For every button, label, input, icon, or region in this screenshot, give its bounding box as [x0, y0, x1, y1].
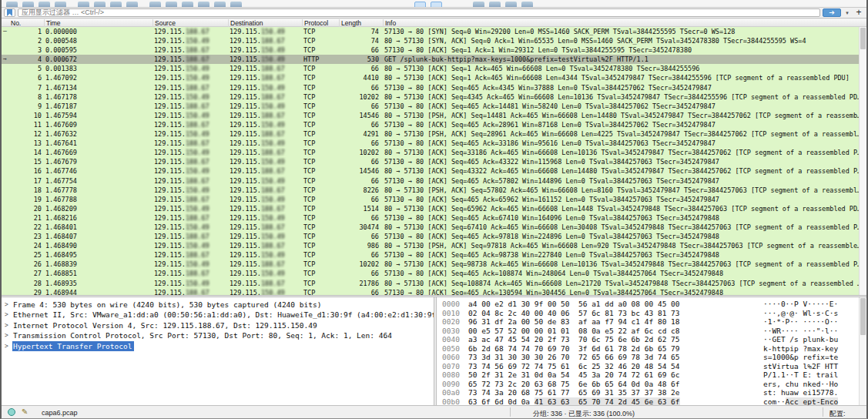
redacted-ip: 188.67: [261, 73, 285, 82]
packet-time: 1.467754: [45, 176, 77, 186]
redacted-ip: 188.67: [186, 55, 209, 64]
column-header-protocol[interactable]: Protocol: [302, 19, 328, 27]
packet-row[interactable]: 211.468216129.115.188.67129.115.150.49TC…: [2, 213, 859, 223]
expander-icon[interactable]: >: [5, 341, 8, 351]
column-header-time[interactable]: Time: [44, 19, 61, 27]
packet-row[interactable]: 171.467754129.115.188.67129.115.150.49TC…: [2, 176, 859, 186]
expander-icon[interactable]: >: [5, 320, 8, 330]
close-file-icon[interactable]: [110, 2, 122, 8]
column-header-no[interactable]: No.: [9, 19, 21, 27]
hex-row[interactable]: 00a073 74 3a 20 68 75 61 77 65 69 31 35 …: [437, 388, 859, 397]
expander-icon[interactable]: >: [5, 330, 8, 340]
column-header-info[interactable]: Info: [383, 19, 396, 27]
hex-row[interactable]: 006073 3d 31 30 30 30 26 70 72 65 66 69 …: [437, 353, 859, 362]
packet-row[interactable]: 30.000595129.115.188.67129.115.150.49TCP…: [2, 45, 859, 55]
ip-address: 129.115.188.67: [154, 139, 186, 148]
packet-row[interactable]: 291.468944129.115.188.67129.115.150.49TC…: [2, 288, 859, 295]
hex-offset: 0010: [442, 309, 460, 318]
packet-list-scrollbar[interactable]: [859, 27, 866, 295]
resize-columns-icon[interactable]: [521, 2, 533, 8]
find-packet-icon[interactable]: [149, 2, 161, 8]
packet-row[interactable]: 151.467679129.115.188.67129.115.150.49TC…: [2, 157, 859, 166]
proto-tree-row[interactable]: >Internet Protocol Version 4, Src: 129.1…: [2, 320, 434, 330]
hex-row[interactable]: 0000a4 00 e2 d1 30 9f 00 50 56 a1 dd a0 …: [437, 300, 859, 309]
hex-scrollbar[interactable]: [859, 297, 866, 406]
packet-row[interactable]: 281.468935129.115.150.49129.115.188.67TC…: [2, 279, 859, 288]
packet-row[interactable]: 101.467594129.115.150.49129.115.188.67TC…: [2, 111, 859, 120]
zoom-in-icon[interactable]: [473, 2, 484, 8]
hex-row[interactable]: 008050 2f 31 2e 31 0d 0a 54 45 3a 20 74 …: [437, 370, 859, 380]
zoom-original-icon[interactable]: [505, 2, 517, 8]
hex-row[interactable]: 00506b 2d 68 74 74 70 69 70 3f 6d 61 78 …: [437, 344, 859, 354]
capture-info-icon[interactable]: [8, 408, 15, 416]
hex-row[interactable]: 0040a3 ac 47 45 54 20 2f 73 70 6c 75 6e …: [437, 335, 859, 344]
go-to-packet-icon[interactable]: [198, 2, 209, 8]
restart-capture-icon[interactable]: [39, 2, 50, 8]
packet-row[interactable]: 121.467632129.115.150.49129.115.188.67TC…: [2, 129, 859, 139]
apply-filter-button[interactable]: ➔: [823, 8, 841, 17]
packet-row[interactable]: 221.468401129.115.150.49129.115.188.67TC…: [2, 223, 859, 232]
save-file-icon[interactable]: [94, 2, 106, 8]
go-back-icon[interactable]: [166, 2, 177, 8]
proto-tree-row[interactable]: >Transmission Control Protocol, Src Port…: [2, 330, 434, 340]
packet-row[interactable]: 161.467746129.115.150.49129.115.188.67TC…: [2, 166, 859, 176]
edit-comment-icon[interactable]: ✎: [22, 407, 28, 416]
redacted-ip: 150.49: [186, 148, 209, 157]
go-forward-icon[interactable]: [182, 2, 193, 8]
packet-length: 1514: [336, 204, 379, 213]
packet-row[interactable]: 141.467669129.115.150.49129.115.188.67TC…: [2, 148, 859, 157]
packet-row[interactable]: 20.000548129.115.150.49129.115.188.67TCP…: [2, 36, 859, 45]
packet-row[interactable]: —10.000000129.115.188.67129.115.150.49TC…: [2, 27, 859, 36]
add-filter-button[interactable]: +: [853, 8, 864, 17]
packet-row[interactable]: 261.468839129.115.150.49129.115.188.67TC…: [2, 260, 859, 269]
packet-row[interactable]: 111.467609129.115.188.67129.115.150.49TC…: [2, 120, 859, 129]
hex-row[interactable]: 009065 72 73 2c 20 63 68 75 6e 6b 65 64 …: [437, 380, 859, 389]
zoom-out-icon[interactable]: [489, 2, 501, 8]
packet-row[interactable]: 81.467178129.115.150.49129.115.188.67TCP…: [2, 92, 859, 102]
go-first-icon[interactable]: [214, 2, 226, 8]
capture-options-icon[interactable]: [55, 2, 66, 8]
scrollbar-thumb[interactable]: [860, 28, 866, 49]
hex-row[interactable]: 001002 04 8c 2c 40 00 40 06 57 6c 81 73 …: [437, 309, 859, 318]
redacted-ip: 150.49: [261, 120, 285, 129]
packet-row[interactable]: 201.468209129.115.150.49129.115.188.67TC…: [2, 204, 859, 213]
colorize-icon[interactable]: [431, 2, 442, 8]
column-header-source[interactable]: Source: [152, 19, 176, 27]
packet-row[interactable]: 50.001383129.115.150.49129.115.188.67TCP…: [2, 64, 859, 73]
go-last-icon[interactable]: [230, 2, 242, 8]
auto-scroll-icon[interactable]: [414, 2, 426, 8]
filter-dropdown-caret[interactable]: ▾: [843, 10, 851, 16]
packet-row[interactable]: 231.468407129.115.188.67129.115.150.49TC…: [2, 232, 859, 241]
column-header-length[interactable]: Length: [339, 19, 361, 27]
packet-row[interactable]: 271.468851129.115.188.67129.115.150.49TC…: [2, 269, 859, 278]
column-header-destination[interactable]: Destination: [228, 19, 263, 27]
hex-row[interactable]: 002096 31 df 2a 00 50 de 83 af aa f7 94 …: [437, 317, 859, 327]
hex-row[interactable]: 007073 74 56 69 72 74 75 61 6c 25 32 46 …: [437, 362, 859, 371]
expander-icon[interactable]: >: [5, 300, 8, 310]
proto-tree-row[interactable]: >Frame 4: 530 bytes on wire (4240 bits),…: [2, 300, 434, 310]
display-filter-input[interactable]: [18, 8, 820, 17]
packet-row[interactable]: 61.467092129.115.150.49129.115.188.67TCP…: [2, 73, 859, 82]
packet-row[interactable]: 131.467641129.115.188.67129.115.150.49TC…: [2, 139, 859, 148]
packet-row[interactable]: 241.468490129.115.150.49129.115.188.67TC…: [2, 241, 859, 250]
hex-row[interactable]: 003000 e5 57 52 00 00 01 01 08 0a e5 22 …: [437, 327, 859, 336]
packet-row[interactable]: 251.468495129.115.188.67129.115.150.49TC…: [2, 250, 859, 260]
proto-tree-row[interactable]: >Ethernet II, Src: VMware_a1:dd:a0 (00:5…: [2, 310, 434, 320]
expander-icon[interactable]: >: [5, 310, 8, 320]
packet-row[interactable]: 191.467788129.115.188.67129.115.150.49TC…: [2, 195, 859, 204]
packet-info: 80 → 57130 [ACK] Seq=1 Ack=465 Win=66608…: [384, 73, 859, 82]
packet-row[interactable]: 71.467134129.115.188.67129.115.150.49TCP…: [2, 83, 859, 92]
scrollbar-thumb[interactable]: [860, 298, 866, 335]
stop-capture-icon[interactable]: [22, 2, 34, 8]
start-capture-icon[interactable]: [6, 2, 18, 8]
open-file-icon[interactable]: [78, 2, 89, 8]
packet-row[interactable]: 181.467778129.115.150.49129.115.188.67TC…: [2, 186, 859, 195]
hex-bytes: 73 3d 31 30 30 30 26 70 72 65 66 69 78 3…: [468, 353, 680, 362]
proto-tree-row[interactable]: >Hypertext Transfer Protocol: [2, 341, 434, 351]
reload-icon[interactable]: [126, 2, 138, 8]
packet-row[interactable]: 91.467187129.115.188.67129.115.150.49TCP…: [2, 102, 859, 111]
filter-bookmark-button[interactable]: [4, 8, 15, 17]
profile-label[interactable]: 配置: Default: [829, 409, 866, 419]
redacted-ip: 150.49: [261, 27, 285, 36]
packet-row[interactable]: →40.000672129.115.188.67129.115.150.49HT…: [2, 55, 859, 64]
